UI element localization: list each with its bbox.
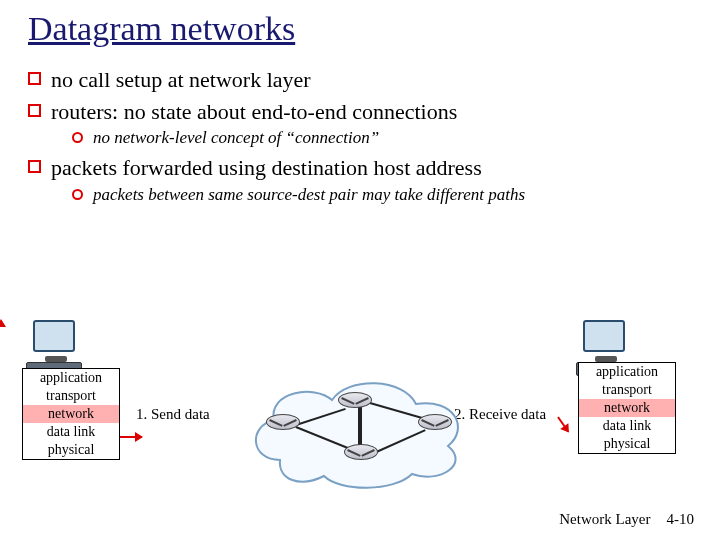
circle-bullet-icon <box>72 132 83 143</box>
monitor-icon <box>583 320 625 352</box>
bullet-2-text: routers: no state about end-to-end conne… <box>51 98 457 126</box>
protocol-stack-right: application transport network data link … <box>578 362 676 454</box>
bullet-2-sublist: no network-level concept of “connection” <box>72 127 692 148</box>
stack-layer: data link <box>579 417 675 435</box>
bullet-3-text: packets forwarded using destination host… <box>51 154 482 182</box>
stack-layer: application <box>579 363 675 381</box>
send-arrow-icon <box>120 436 142 438</box>
footer-section: Network Layer <box>559 511 650 528</box>
bullet-1: no call setup at network layer <box>28 66 692 94</box>
router-icon <box>266 414 300 430</box>
caption-send: 1. Send data <box>136 406 210 423</box>
slide-footer: Network Layer 4-10 <box>559 511 694 528</box>
stack-layer: application <box>23 369 119 387</box>
bullet-1-text: no call setup at network layer <box>51 66 311 94</box>
stack-layer: transport <box>23 387 119 405</box>
bullet-list: no call setup at network layer routers: … <box>28 66 692 205</box>
stack-layer: physical <box>23 441 119 459</box>
bullet-3: packets forwarded using destination host… <box>28 154 692 205</box>
router-icon <box>338 392 372 408</box>
circle-bullet-icon <box>72 189 83 200</box>
stack-layer-highlight: network <box>23 405 119 423</box>
receive-arrow-icon <box>557 416 569 432</box>
network-cloud <box>260 380 470 480</box>
stack-layer: transport <box>579 381 675 399</box>
stack-layer: physical <box>579 435 675 453</box>
square-bullet-icon <box>28 72 41 85</box>
monitor-icon <box>33 320 75 352</box>
footer-page: 4-10 <box>667 511 695 528</box>
bullet-2: routers: no state about end-to-end conne… <box>28 98 692 149</box>
square-bullet-icon <box>28 160 41 173</box>
square-bullet-icon <box>28 104 41 117</box>
bullet-2-sub-1: no network-level concept of “connection” <box>72 127 692 148</box>
cloud-icon <box>244 368 484 492</box>
bullet-3-sub-1-text: packets between same source-dest pair ma… <box>93 184 525 205</box>
link-line <box>358 406 362 448</box>
slide-title: Datagram networks <box>28 10 692 48</box>
network-diagram: application transport network data link … <box>0 320 720 500</box>
bullet-3-sub-1: packets between same source-dest pair ma… <box>72 184 692 205</box>
router-icon <box>418 414 452 430</box>
bullet-2-sub-1-text: no network-level concept of “connection” <box>93 127 379 148</box>
bullet-3-sublist: packets between same source-dest pair ma… <box>72 184 692 205</box>
stack-layer: data link <box>23 423 119 441</box>
router-icon <box>344 444 378 460</box>
stack-layer-highlight: network <box>579 399 675 417</box>
protocol-stack-left: application transport network data link … <box>22 368 120 460</box>
